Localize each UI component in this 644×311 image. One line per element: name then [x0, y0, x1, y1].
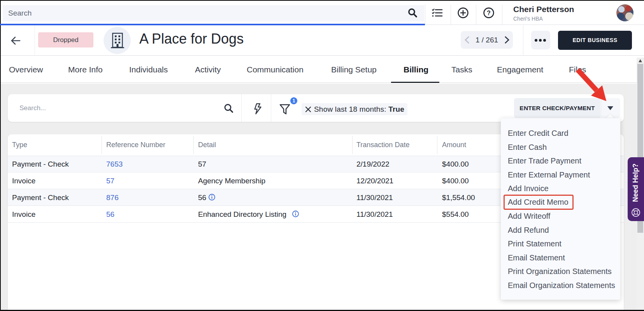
svg-text:?: ?: [487, 10, 491, 16]
